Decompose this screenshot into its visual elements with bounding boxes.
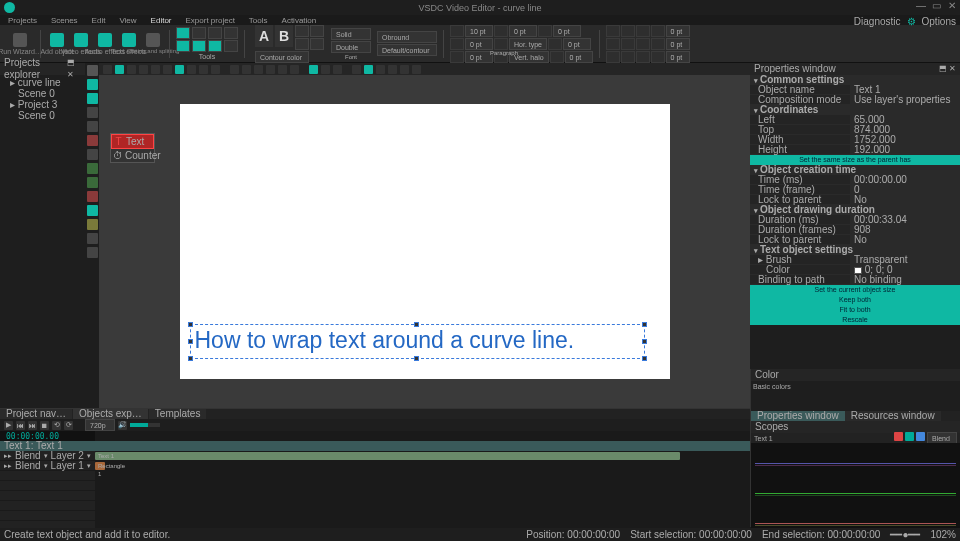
timeline-clip[interactable]: Text 1 xyxy=(95,452,680,460)
prop-binding[interactable]: No binding xyxy=(850,275,960,284)
handle[interactable] xyxy=(414,322,419,327)
font-a-button[interactable]: A xyxy=(255,25,273,47)
set-parent-button[interactable]: Set the current object size xyxy=(750,285,960,295)
handle[interactable] xyxy=(188,356,193,361)
timeline-clip[interactable]: Rectangle 1 xyxy=(95,462,105,470)
tool-7[interactable] xyxy=(87,177,98,188)
project-tree[interactable]: ▸ curve line Scene 0 ▸ Project 3 Scene 0 xyxy=(0,75,85,123)
menu-edit[interactable]: Edit xyxy=(92,16,106,25)
play-button[interactable]: ▶ xyxy=(4,421,13,430)
tool-btn[interactable] xyxy=(176,40,190,52)
tool-btn[interactable] xyxy=(208,40,222,52)
text-btn[interactable] xyxy=(295,38,309,50)
tree-item[interactable]: ▸ curve line xyxy=(2,77,83,88)
prop-top[interactable]: 874.000 xyxy=(850,125,960,134)
text-btn[interactable] xyxy=(295,25,309,37)
tool-1[interactable] xyxy=(87,79,98,90)
prop-object-name[interactable]: Text 1 xyxy=(850,85,960,94)
tool-9[interactable] xyxy=(87,205,98,216)
ctx-text[interactable]: TText xyxy=(111,134,154,149)
tool-8[interactable] xyxy=(87,191,98,202)
tab-templates[interactable]: Templates xyxy=(149,409,207,419)
font-group: A B Contour color xyxy=(255,25,324,63)
tool-5[interactable] xyxy=(87,149,98,160)
paragraph-group: 10 pt0 pt0 pt 0 ptHor. type0 pt 0 ptVert… xyxy=(450,25,593,63)
projects-explorer: Projects explorer⬒ ✕ ▸ curve line Scene … xyxy=(0,63,85,408)
cut-split-button[interactable]: Cutting and splitting xyxy=(143,29,163,59)
text-object[interactable]: How to wrap text around a curve line. xyxy=(190,324,645,359)
prop-left[interactable]: 65.000 xyxy=(850,115,960,124)
resolution-dd[interactable]: 720p xyxy=(85,419,115,431)
text-btn[interactable] xyxy=(310,38,324,50)
tree-item[interactable]: ▸ Project 3 xyxy=(2,99,83,110)
menu-view[interactable]: View xyxy=(119,16,136,25)
tool-10[interactable] xyxy=(87,219,98,230)
menu-editor[interactable]: Editor xyxy=(151,16,172,25)
handle[interactable] xyxy=(642,339,647,344)
maximize-button[interactable]: ▭ xyxy=(932,2,940,10)
prop-height[interactable]: 192.000 xyxy=(850,145,960,154)
minimize-button[interactable]: — xyxy=(916,2,924,10)
handle[interactable] xyxy=(642,322,647,327)
contour-color-dd[interactable]: Contour color xyxy=(255,51,309,63)
tool-arrow[interactable] xyxy=(87,65,98,76)
prop-comp-mode[interactable]: Use layer's properties xyxy=(850,95,960,104)
style-obround-dd[interactable]: Obround xyxy=(377,31,437,43)
properties-panel: Properties window⬒ ✕ ▾ Common settings O… xyxy=(750,63,960,408)
menu-export[interactable]: Export project xyxy=(186,16,235,25)
window-controls: — ▭ ✕ xyxy=(916,2,956,10)
tool-2[interactable] xyxy=(87,93,98,104)
tool-4[interactable] xyxy=(87,121,98,132)
style-default-dd[interactable]: Default/contour xyxy=(377,44,437,56)
tool-btn[interactable] xyxy=(176,27,190,39)
tool-btn[interactable] xyxy=(192,27,206,39)
menu-scenes[interactable]: Scenes xyxy=(51,16,78,25)
zoom-slider[interactable]: ━━●━━ xyxy=(890,529,920,540)
handle[interactable] xyxy=(188,322,193,327)
style-solid-dd[interactable]: Solid xyxy=(331,28,371,40)
tool-3[interactable] xyxy=(87,107,98,118)
align-left[interactable] xyxy=(606,25,620,37)
rescale-button[interactable]: Rescale xyxy=(750,315,960,325)
tab-objects[interactable]: Objects exp… xyxy=(73,409,148,419)
tool-btn[interactable] xyxy=(192,40,206,52)
align-right[interactable] xyxy=(636,25,650,37)
run-wizard-button[interactable]: Run Wizard… xyxy=(6,29,34,59)
ribbon: Run Wizard… Add object Video effects Aud… xyxy=(0,25,960,63)
align-center[interactable] xyxy=(621,25,635,37)
options-link[interactable]: Options xyxy=(922,16,956,27)
panel-close[interactable]: ⬒ ✕ xyxy=(939,63,956,75)
tool-12[interactable] xyxy=(87,247,98,258)
close-button[interactable]: ✕ xyxy=(948,2,956,10)
tab-project-nav[interactable]: Project nav… xyxy=(0,409,72,419)
handle[interactable] xyxy=(414,356,419,361)
tool-11[interactable] xyxy=(87,233,98,244)
tool-text[interactable] xyxy=(87,135,98,146)
prop-width[interactable]: 1752.000 xyxy=(850,135,960,144)
menu-tools[interactable]: Tools xyxy=(249,16,268,25)
tree-item[interactable]: Scene 0 xyxy=(2,110,83,121)
handle[interactable] xyxy=(642,356,647,361)
diagnostic-link[interactable]: Diagnostic xyxy=(854,16,901,27)
keep-button[interactable]: Keep both xyxy=(750,295,960,305)
tree-item[interactable]: Scene 0 xyxy=(2,88,83,99)
text-btn[interactable] xyxy=(310,25,324,37)
font-b-button[interactable]: B xyxy=(275,25,293,47)
tool-6[interactable] xyxy=(87,163,98,174)
menu-projects[interactable]: Projects xyxy=(8,16,37,25)
tool-btn[interactable] xyxy=(224,27,238,39)
tool-btn[interactable] xyxy=(224,40,238,52)
menu-activation[interactable]: Activation xyxy=(282,16,317,25)
layer-row[interactable]: ▸▸ Blend ▾ Layer 1 ▾ xyxy=(0,461,95,471)
style-double-dd[interactable]: Double xyxy=(331,41,371,53)
handle[interactable] xyxy=(188,339,193,344)
canvas-toolbar xyxy=(99,63,750,75)
fit-button[interactable]: Fit to both xyxy=(750,305,960,315)
zoom-level: 102% xyxy=(930,529,956,540)
canvas[interactable]: How to wrap text around a curve line. xyxy=(180,104,670,379)
text-effects-button[interactable]: Text effects xyxy=(119,29,139,59)
tool-btn[interactable] xyxy=(208,27,222,39)
ctx-counter[interactable]: ⏱Counter xyxy=(111,149,154,162)
statusbar: Create text object and add it to editor.… xyxy=(0,528,960,541)
text-content[interactable]: How to wrap text around a curve line. xyxy=(191,325,644,356)
